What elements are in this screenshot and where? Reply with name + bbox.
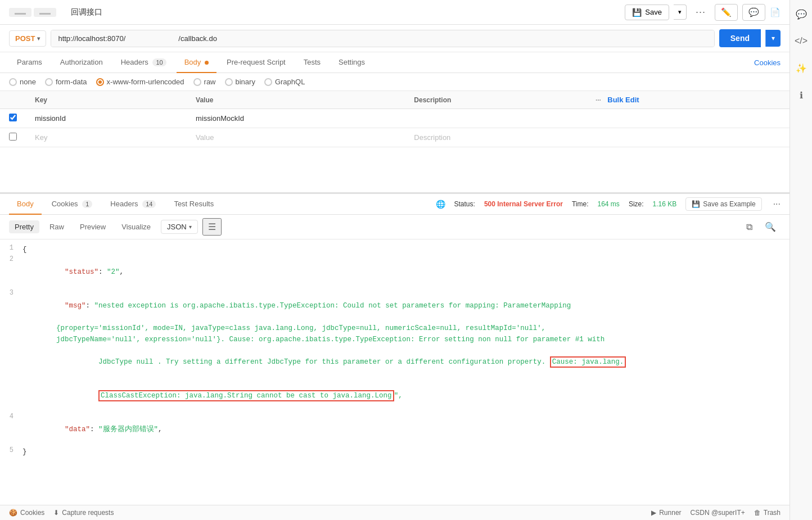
row1-key[interactable]: missionId	[26, 109, 187, 128]
format-tab-pretty[interactable]: Pretty	[9, 220, 39, 233]
send-button[interactable]: Send	[719, 29, 761, 47]
tab-settings[interactable]: Settings	[331, 52, 373, 73]
more-button[interactable]: ···	[691, 3, 710, 21]
table-row: Key Value Description	[0, 128, 790, 147]
bulk-edit-button[interactable]: Bulk Edit	[607, 96, 639, 104]
headers-badge2: 14	[142, 200, 156, 208]
tab-item-2[interactable]: ▬▬	[34, 8, 56, 17]
url-bar: POST ▾ Send ▾	[0, 25, 790, 52]
format-select[interactable]: JSON ▾	[161, 220, 198, 234]
globe-icon: 🌐	[436, 200, 445, 209]
row2-checkbox-cell[interactable]	[0, 128, 26, 147]
format-tab-raw[interactable]: Raw	[44, 220, 70, 233]
tab-tests[interactable]: Tests	[296, 52, 328, 73]
size-value: 1.16 KB	[653, 200, 677, 208]
radio-form-data[interactable]: form-data	[45, 78, 87, 86]
save-dropdown-button[interactable]: ▾	[674, 4, 687, 20]
bottom-bar: 🍪 Cookies ⬇ Capture requests ▶ Runner CS…	[0, 505, 790, 520]
json-code-area[interactable]: 1 { 2 "status": "2", 3 "msg": "nested ex…	[0, 239, 790, 505]
radio-none-circle	[9, 78, 17, 86]
radio-graphql-circle	[264, 78, 272, 86]
tab-params[interactable]: Params	[9, 52, 50, 73]
tab-body[interactable]: Body	[177, 52, 216, 73]
sidebar-comment-icon[interactable]: 💬	[793, 6, 810, 22]
runner-button[interactable]: ▶ Runner	[651, 509, 681, 517]
radio-none[interactable]: none	[9, 78, 36, 86]
th-key: Key	[26, 91, 187, 109]
url-input-wrap	[51, 30, 714, 47]
runner-icon: ▶	[651, 509, 656, 517]
trash-button[interactable]: 🗑 Trash	[754, 509, 781, 517]
code-line-2: 2 "status": "2",	[0, 255, 790, 289]
resp-more-button[interactable]: ···	[773, 199, 781, 209]
response-area: Body Cookies 1 Headers 14 Test Results 🌐…	[0, 192, 790, 505]
row1-description[interactable]	[405, 109, 587, 128]
filter-icon-button[interactable]: ☰	[202, 218, 222, 236]
tab-item-1[interactable]: ▬▬	[9, 8, 31, 17]
time-value: 164 ms	[598, 200, 620, 208]
row1-actions	[587, 109, 790, 128]
format-tab-preview[interactable]: Preview	[74, 220, 111, 233]
edit-button[interactable]: ✏️	[715, 4, 738, 21]
row2-checkbox[interactable]	[9, 133, 17, 141]
code-line-3: 3 "msg": "nested exception is org.apache…	[0, 289, 790, 323]
url-input[interactable]	[51, 30, 714, 47]
row1-checkbox[interactable]	[9, 114, 17, 121]
request-tabs: Params Authorization Headers 10 Body Pre…	[0, 52, 790, 73]
capture-requests-button[interactable]: ⬇ Capture requests	[53, 509, 114, 517]
headers-badge: 10	[152, 58, 166, 66]
search-button[interactable]: 🔍	[760, 219, 781, 234]
format-select-arrow-icon: ▾	[189, 224, 192, 230]
radio-binary[interactable]: binary	[225, 78, 255, 86]
method-select[interactable]: POST ▾	[9, 30, 46, 47]
format-tab-visualize[interactable]: Visualize	[116, 220, 156, 233]
cookies-bottom-button[interactable]: 🍪 Cookies	[9, 509, 44, 517]
th-checkbox	[0, 91, 26, 109]
radio-x-www-circle	[96, 78, 104, 86]
watermark-text: CSDN @superIT+	[691, 509, 745, 517]
send-dropdown-button[interactable]: ▾	[765, 30, 781, 47]
row2-description[interactable]: Description	[405, 128, 587, 147]
resp-tab-headers[interactable]: Headers 14	[102, 194, 164, 215]
save-button[interactable]: 💾 Save	[625, 4, 669, 20]
row1-value[interactable]: missionMockId	[187, 109, 405, 128]
save-icon: 💾	[632, 8, 642, 17]
sidebar-info-icon[interactable]: ℹ	[793, 87, 810, 103]
comment-button[interactable]: 💬	[742, 4, 765, 21]
save-example-button[interactable]: 💾 Save as Example	[685, 197, 761, 211]
doc-button[interactable]: 📄	[770, 7, 781, 17]
tab-headers[interactable]: Headers 10	[113, 52, 174, 73]
resp-tab-cookies[interactable]: Cookies 1	[44, 194, 101, 215]
more-icon: ···	[596, 96, 601, 104]
code-line-5: 5 }	[0, 446, 790, 458]
th-actions: ··· Bulk Edit	[587, 91, 790, 109]
radio-x-www[interactable]: x-www-form-urlencoded	[96, 78, 184, 86]
format-bar: Pretty Raw Preview Visualize JSON ▾ ☰ ⧉ …	[0, 215, 790, 239]
tab-pre-request[interactable]: Pre-request Script	[219, 52, 294, 73]
table-row: missionId missionMockId	[0, 109, 790, 128]
sidebar-magic-icon[interactable]: ✨	[793, 60, 810, 76]
radio-raw[interactable]: raw	[193, 78, 216, 86]
radio-form-data-circle	[45, 78, 53, 86]
row2-key[interactable]: Key	[26, 128, 187, 147]
cookies-button[interactable]: Cookies	[754, 53, 781, 73]
response-tabs-bar: Body Cookies 1 Headers 14 Test Results 🌐…	[0, 194, 790, 215]
row1-checkbox-cell[interactable]	[0, 109, 26, 128]
code-line-4: 4 "data": "服务器内部错误",	[0, 413, 790, 446]
resp-tab-body[interactable]: Body	[9, 194, 42, 215]
cookies-bottom-label: Cookies	[20, 509, 44, 517]
copy-button[interactable]: ⧉	[742, 219, 757, 234]
sidebar-code-icon[interactable]: </>	[793, 33, 810, 49]
window-title: 回调接口	[71, 7, 102, 17]
trash-icon: 🗑	[754, 509, 761, 517]
request-body-area: Key Value Description ··· Bulk Edit miss…	[0, 91, 790, 192]
code-line-3a: {property='missionId', mode=IN, javaType…	[0, 323, 790, 334]
tab-authorization[interactable]: Authorization	[52, 52, 111, 73]
radio-graphql[interactable]: GraphQL	[264, 78, 305, 86]
trash-label: Trash	[764, 509, 781, 517]
row2-value[interactable]: Value	[187, 128, 405, 147]
body-type-bar: none form-data x-www-form-urlencoded raw…	[0, 73, 790, 91]
resp-tab-test-results[interactable]: Test Results	[166, 194, 222, 215]
format-select-label: JSON	[167, 223, 187, 231]
save-example-icon: 💾	[692, 200, 700, 208]
